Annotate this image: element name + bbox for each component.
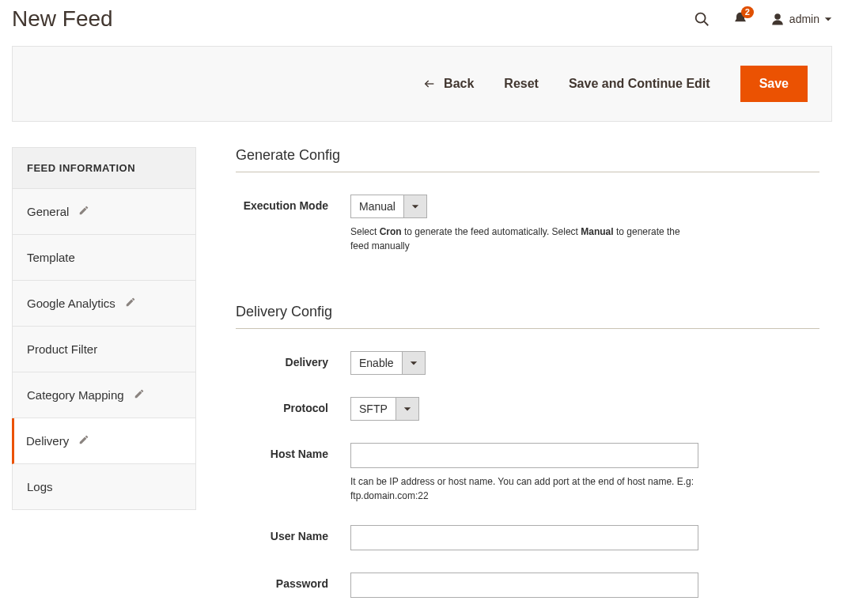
svg-line-1 [704,21,708,25]
pencil-icon [125,297,136,310]
svg-point-0 [696,13,706,23]
section-generate-title: Generate Config [236,147,819,172]
protocol-label: Protocol [236,397,350,414]
chevron-down-icon [396,397,419,421]
pencil-icon [134,388,145,402]
notification-badge: 2 [741,6,754,18]
sidebar: FEED INFORMATION GeneralTemplateGoogle A… [12,147,196,510]
save-button[interactable]: Save [740,66,808,102]
pencil-icon [78,205,89,218]
sidebar-item-category-mapping[interactable]: Category Mapping [12,372,196,418]
action-bar: Back Reset Save and Continue Edit Save [12,46,832,122]
execution-mode-note: Select Cron to generate the feed automat… [350,225,698,253]
arrow-left-icon [423,77,436,90]
back-label: Back [444,77,474,91]
chevron-down-icon [403,195,427,218]
delivery-value: Enable [350,351,402,375]
protocol-value: SFTP [350,397,396,421]
sidebar-item-label: General [27,205,69,218]
hostname-note: It can be IP address or host name. You c… [350,474,698,503]
sidebar-item-product-filter[interactable]: Product Filter [12,327,196,372]
svg-point-2 [774,13,781,20]
admin-user-label: admin [789,13,819,25]
execution-mode-value: Manual [350,195,403,218]
notification-icon[interactable]: 2 [732,11,748,27]
sidebar-item-label: Template [27,251,75,264]
back-button[interactable]: Back [423,77,474,91]
sidebar-item-label: Delivery [26,434,69,448]
chevron-down-icon [402,351,426,375]
save-continue-button[interactable]: Save and Continue Edit [569,77,710,91]
sidebar-item-logs[interactable]: Logs [12,464,196,510]
section-delivery-title: Delivery Config [236,304,819,329]
sidebar-item-google-analytics[interactable]: Google Analytics [12,281,196,327]
search-icon[interactable] [693,10,710,28]
execution-mode-select[interactable]: Manual [350,195,427,218]
chevron-down-icon [824,15,832,23]
pencil-icon [78,434,89,448]
protocol-select[interactable]: SFTP [350,397,419,421]
sidebar-item-general[interactable]: General [12,189,196,235]
hostname-label: Host Name [236,443,350,460]
main-content: Generate Config Execution Mode Manual Se… [236,147,832,598]
delivery-select[interactable]: Enable [350,351,426,375]
sidebar-item-label: Category Mapping [27,388,124,402]
page-title: New Feed [12,6,113,32]
execution-mode-label: Execution Mode [236,195,350,212]
sidebar-title: FEED INFORMATION [12,147,196,189]
password-label: Password [236,573,350,590]
sidebar-item-label: Logs [27,480,53,493]
username-input[interactable] [350,525,698,550]
sidebar-item-delivery[interactable]: Delivery [12,418,196,464]
reset-button[interactable]: Reset [504,77,539,91]
sidebar-item-template[interactable]: Template [12,235,196,281]
hostname-input[interactable] [350,443,698,468]
admin-user-menu[interactable]: admin [770,12,832,26]
username-label: User Name [236,525,350,542]
sidebar-item-label: Product Filter [27,342,97,356]
user-icon [770,12,785,26]
delivery-label: Delivery [236,351,350,368]
sidebar-item-label: Google Analytics [27,297,115,310]
password-input[interactable] [350,573,698,598]
